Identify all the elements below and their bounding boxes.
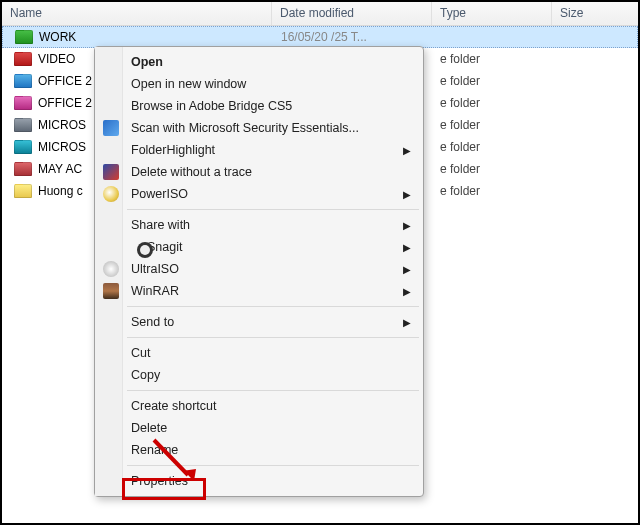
snagit-icon [137, 242, 153, 258]
file-name: Huong c [38, 184, 83, 198]
menu-folderhighlight[interactable]: FolderHighlight▶ [97, 139, 421, 161]
col-header-type[interactable]: Type [432, 2, 552, 25]
context-menu: Open Open in new window Browse in Adobe … [94, 46, 424, 497]
menu-separator [127, 306, 419, 307]
file-date: 16/05/20 /25 T... [273, 30, 433, 44]
shield-icon [103, 120, 119, 136]
menu-rename[interactable]: Rename [97, 439, 421, 461]
column-headers: Name Date modified Type Size [2, 2, 638, 26]
menu-winrar[interactable]: WinRAR▶ [97, 280, 421, 302]
folder-icon [14, 140, 32, 154]
folder-icon [15, 30, 33, 44]
file-type: e folder [432, 162, 552, 176]
books-icon [103, 283, 119, 299]
folder-icon [14, 184, 32, 198]
file-type: e folder [432, 140, 552, 154]
menu-poweriso[interactable]: PowerISO▶ [97, 183, 421, 205]
col-header-name[interactable]: Name [2, 2, 272, 25]
file-row[interactable]: WORK16/05/20 /25 T... [2, 26, 638, 48]
menu-share-with[interactable]: Share with▶ [97, 214, 421, 236]
file-type: e folder [432, 52, 552, 66]
file-type: e folder [432, 184, 552, 198]
col-header-date[interactable]: Date modified [272, 2, 432, 25]
menu-delete[interactable]: Delete [97, 417, 421, 439]
col-header-size[interactable]: Size [552, 2, 638, 25]
menu-open-new-window[interactable]: Open in new window [97, 73, 421, 95]
menu-separator [127, 465, 419, 466]
menu-delete-without-trace[interactable]: Delete without a trace [97, 161, 421, 183]
menu-snagit[interactable]: Snagit▶ [97, 236, 421, 258]
menu-copy[interactable]: Copy [97, 364, 421, 386]
chevron-right-icon: ▶ [403, 317, 411, 328]
menu-cut[interactable]: Cut [97, 342, 421, 364]
file-name: MICROS [38, 118, 86, 132]
chevron-right-icon: ▶ [403, 264, 411, 275]
menu-properties[interactable]: Properties [97, 470, 421, 492]
file-name: OFFICE 2 [38, 96, 92, 110]
chevron-right-icon: ▶ [403, 286, 411, 297]
chevron-right-icon: ▶ [403, 145, 411, 156]
folder-icon [14, 96, 32, 110]
menu-send-to[interactable]: Send to▶ [97, 311, 421, 333]
file-name: MICROS [38, 140, 86, 154]
menu-scan-mse[interactable]: Scan with Microsoft Security Essentials.… [97, 117, 421, 139]
menu-separator [127, 337, 419, 338]
menu-adobe-bridge[interactable]: Browse in Adobe Bridge CS5 [97, 95, 421, 117]
folder-icon [14, 74, 32, 88]
menu-separator [127, 390, 419, 391]
chevron-right-icon: ▶ [403, 220, 411, 231]
chevron-right-icon: ▶ [403, 242, 411, 253]
menu-ultraiso[interactable]: UltraISO▶ [97, 258, 421, 280]
disc-icon [103, 186, 119, 202]
file-type: e folder [432, 118, 552, 132]
folder-icon [14, 118, 32, 132]
file-name: VIDEO [38, 52, 75, 66]
file-name: WORK [39, 30, 76, 44]
disc-icon [103, 261, 119, 277]
menu-open[interactable]: Open [97, 51, 421, 73]
folder-icon [14, 162, 32, 176]
eraser-icon [103, 164, 119, 180]
menu-create-shortcut[interactable]: Create shortcut [97, 395, 421, 417]
menu-separator [127, 209, 419, 210]
file-name: MAY AC [38, 162, 82, 176]
file-name: OFFICE 2 [38, 74, 92, 88]
file-type: e folder [432, 96, 552, 110]
folder-icon [14, 52, 32, 66]
chevron-right-icon: ▶ [403, 189, 411, 200]
file-type: e folder [432, 74, 552, 88]
